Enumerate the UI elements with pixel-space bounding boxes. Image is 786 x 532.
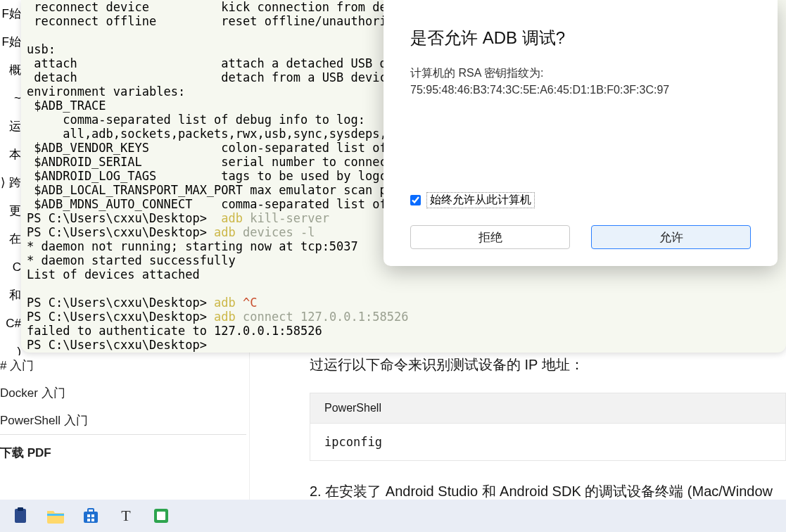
- taskbar-text-app-icon[interactable]: T: [117, 507, 135, 525]
- taskbar-microsoft-store-icon[interactable]: [82, 507, 100, 525]
- terminal-output: reconnect device kick connection from de…: [27, 0, 401, 211]
- allow-button[interactable]: 允许: [591, 225, 751, 249]
- adb-debug-dialog: 是否允许 ADB 调试? 计算机的 RSA 密钥指纹为: 75:95:48:46…: [384, 0, 778, 266]
- prompt: PS C:\Users\cxxu\Desktop>: [27, 296, 214, 310]
- prompt: PS C:\Users\cxxu\Desktop>: [27, 225, 214, 239]
- windows-taskbar[interactable]: T: [0, 500, 786, 532]
- svg-rect-2: [47, 514, 64, 516]
- command-adb: adb: [214, 310, 236, 324]
- command-args: kill-server: [243, 211, 329, 225]
- taskbar-file-explorer-icon[interactable]: [46, 507, 65, 525]
- prompt: PS C:\Users\cxxu\Desktop>: [27, 211, 221, 225]
- svg-rect-5: [87, 514, 90, 517]
- download-pdf-button[interactable]: 下载 PDF: [0, 434, 246, 461]
- code-block-body[interactable]: ipconfig: [310, 424, 786, 461]
- code-block-header: PowerShell: [310, 393, 786, 424]
- article-content: 过运行以下命令来识别测试设备的 IP 地址： PowerShell ipconf…: [310, 355, 786, 501]
- command-args: devices -l: [236, 225, 315, 239]
- command-adb: adb: [221, 211, 243, 225]
- rsa-fingerprint-value: 75:95:48:46:B3:74:3C:5E:A6:45:D1:1B:F0:3…: [410, 82, 751, 99]
- svg-rect-7: [87, 519, 90, 521]
- command-adb: adb: [214, 225, 236, 239]
- terminal-output: List of devices attached: [27, 267, 200, 281]
- sidebar-item-csharp-intro[interactable]: # 入门: [0, 352, 246, 379]
- svg-rect-4: [88, 509, 94, 512]
- article-step-2: 2. 在安装了 Android Studio 和 Android SDK 的调试…: [310, 482, 786, 501]
- left-gutter: F始F始概~ 运本⟩ 跨更在C 和C# ): [0, 0, 21, 355]
- terminal-output: failed to authenticate to 127.0.0.1:5852…: [27, 324, 322, 338]
- terminal-output: * daemon not running; starting now at tc…: [27, 239, 358, 253]
- prompt: PS C:\Users\cxxu\Desktop>: [27, 338, 214, 352]
- always-allow-checkbox[interactable]: [410, 195, 421, 205]
- command-adb: adb: [214, 296, 236, 310]
- sidebar-item-powershell-intro[interactable]: PowerShell 入门: [0, 407, 246, 434]
- terminal-output: * daemon started successfully: [27, 253, 236, 267]
- article-text: 过运行以下命令来识别测试设备的 IP 地址：: [310, 355, 786, 374]
- prompt: PS C:\Users\cxxu\Desktop>: [27, 310, 214, 324]
- svg-rect-3: [84, 512, 98, 523]
- taskbar-app-clipboard-icon[interactable]: [11, 507, 30, 525]
- dialog-title: 是否允许 ADB 调试?: [410, 27, 751, 49]
- svg-rect-10: [157, 512, 165, 520]
- command-args: connect 127.0.0.1:58526: [236, 310, 409, 324]
- sidebar-item-docker-intro[interactable]: Docker 入门: [0, 379, 246, 407]
- svg-rect-1: [18, 507, 23, 511]
- svg-rect-6: [91, 514, 94, 517]
- command-interrupt: ^C: [236, 296, 258, 310]
- taskbar-android-subsystem-icon[interactable]: [152, 507, 170, 525]
- svg-rect-8: [91, 519, 94, 521]
- always-allow-label: 始终允许从此计算机: [426, 192, 535, 208]
- deny-button[interactable]: 拒绝: [410, 225, 570, 249]
- rsa-fingerprint-label: 计算机的 RSA 密钥指纹为:: [410, 65, 751, 82]
